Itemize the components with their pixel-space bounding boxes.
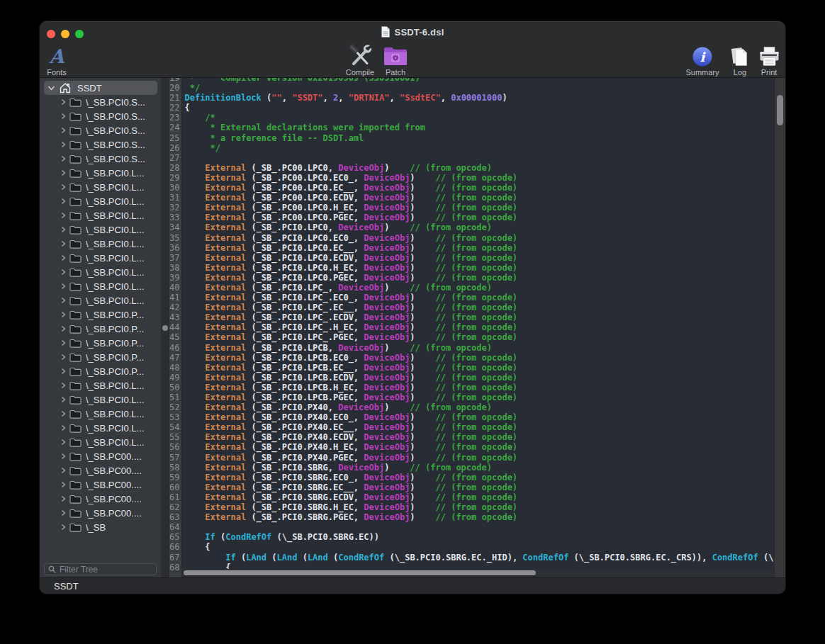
filter-input[interactable]: Filter Tree — [44, 563, 157, 575]
zoom-button[interactable] — [75, 30, 84, 38]
chevron-right-icon[interactable] — [60, 254, 67, 261]
chevron-right-icon[interactable] — [60, 410, 67, 417]
chevron-right-icon[interactable] — [60, 283, 67, 290]
minimize-button[interactable] — [61, 30, 69, 38]
chevron-right-icon[interactable] — [60, 354, 67, 361]
sidebar-item[interactable]: \_SB.PCI0.L... — [40, 251, 161, 265]
vertical-scrollbar[interactable] — [774, 78, 785, 577]
chevron-right-icon[interactable] — [60, 509, 67, 516]
chevron-right-icon[interactable] — [60, 325, 67, 332]
chevron-right-icon[interactable] — [60, 155, 67, 162]
chevron-right-icon[interactable] — [60, 481, 67, 488]
code-line: 27 — [169, 153, 774, 163]
sidebar-item-label: \_SB.PCI0.P... — [86, 324, 144, 334]
chevron-right-icon[interactable] — [60, 141, 67, 148]
chevron-right-icon[interactable] — [60, 439, 67, 446]
chevron-right-icon[interactable] — [60, 339, 67, 346]
split-divider[interactable] — [161, 78, 169, 577]
sidebar-item[interactable]: \_SB.PCI0.L... — [40, 435, 161, 449]
chevron-right-icon[interactable] — [60, 269, 67, 276]
patch-folder-icon — [383, 46, 408, 67]
folder-icon — [69, 112, 82, 121]
sidebar-item[interactable]: \_SB.PCI0.L... — [40, 392, 161, 407]
sidebar-item[interactable]: \_SB.PCI0.L... — [40, 265, 161, 279]
line-number: 64 — [169, 522, 181, 532]
chevron-right-icon[interactable] — [60, 368, 67, 375]
toolbar-label: Patch — [367, 68, 424, 77]
chevron-right-icon[interactable] — [60, 524, 67, 531]
vertical-scrollbar-thumb[interactable] — [777, 95, 783, 125]
sidebar-item[interactable]: \_SB.PCI0.L... — [40, 180, 161, 194]
chevron-right-icon[interactable] — [60, 495, 67, 502]
code-line: 30 External (_SB_.PC00.LPC0.EC__, Device… — [169, 183, 774, 193]
close-button[interactable] — [47, 30, 55, 38]
chevron-right-icon[interactable] — [60, 311, 67, 318]
chevron-right-icon[interactable] — [60, 382, 67, 389]
chevron-right-icon[interactable] — [60, 198, 67, 205]
code-editor[interactable]: 19 * Compiler Version 0x20190509 (538510… — [169, 78, 774, 577]
chevron-right-icon[interactable] — [60, 212, 67, 219]
sidebar-item[interactable]: \_SB.PCI0.S... — [40, 137, 161, 152]
sidebar-item-label: \_SB.PCI0.L... — [86, 437, 144, 448]
sidebar-item[interactable]: \_SB.PCI0.L... — [40, 378, 161, 392]
sidebar-item[interactable]: \_SB.PC00.... — [40, 492, 161, 506]
toolbar-button-patch[interactable]: Patch — [367, 45, 424, 77]
chevron-right-icon[interactable] — [60, 240, 67, 247]
chevron-right-icon[interactable] — [60, 169, 67, 176]
chevron-right-icon[interactable] — [60, 297, 67, 304]
chevron-right-icon[interactable] — [60, 424, 67, 431]
horizontal-scrollbar[interactable] — [182, 569, 774, 576]
folder-icon — [69, 367, 82, 376]
sidebar-item[interactable]: \_SB.PC00.... — [40, 449, 161, 463]
home-icon — [59, 82, 72, 94]
chevron-right-icon[interactable] — [60, 183, 67, 191]
sidebar-item-root[interactable]: SSDT — [44, 81, 157, 95]
sidebar-item[interactable]: \_SB — [40, 520, 161, 534]
sidebar-item[interactable]: \_SB.PCI0.L... — [40, 166, 161, 180]
sidebar-item[interactable]: \_SB.PCI0.P... — [40, 307, 161, 322]
sidebar-item[interactable]: \_SB.PCI0.S... — [40, 152, 161, 166]
sidebar-item[interactable]: \_SB.PCI0.L... — [40, 237, 161, 251]
code-line: 29 External (_SB_.PC00.LPC0.EC0_, Device… — [169, 173, 774, 183]
line-number: 55 — [169, 432, 181, 442]
sidebar-item[interactable]: \_SB.PCI0.L... — [40, 279, 161, 293]
sidebar-item[interactable]: \_SB.PCI0.S... — [40, 95, 161, 109]
chevron-right-icon[interactable] — [60, 113, 67, 120]
toolbar: A Fonts Compile — [40, 43, 785, 78]
chevron-right-icon[interactable] — [60, 453, 67, 460]
line-number: 42 — [169, 303, 181, 312]
app-window: SSDT-6.dsl A Fonts C — [40, 21, 785, 594]
sidebar-item[interactable]: \_SB.PCI0.P... — [40, 350, 161, 364]
chevron-right-icon[interactable] — [60, 98, 67, 106]
folder-icon — [69, 211, 82, 220]
folder-icon — [69, 183, 82, 192]
sidebar-item[interactable]: \_SB.PCI0.L... — [40, 222, 161, 237]
toolbar-button-fonts[interactable]: A Fonts — [40, 45, 85, 77]
sidebar-item[interactable]: \_SB.PCI0.S... — [40, 109, 161, 123]
divider-handle-icon[interactable] — [162, 325, 168, 331]
line-number: 29 — [169, 173, 181, 183]
chevron-down-icon[interactable] — [47, 84, 55, 92]
sidebar-item[interactable]: \_SB.PC00.... — [40, 478, 161, 492]
sidebar-item[interactable]: \_SB.PCI0.L... — [40, 421, 161, 435]
chevron-right-icon[interactable] — [60, 396, 67, 403]
line-number: 47 — [169, 353, 181, 363]
sidebar-item[interactable]: \_SB.PCI0.L... — [40, 208, 161, 222]
chevron-right-icon[interactable] — [60, 226, 67, 233]
sidebar-item[interactable]: \_SB.PC00.... — [40, 463, 161, 478]
sidebar-item[interactable]: \_SB.PCI0.S... — [40, 123, 161, 137]
sidebar-item[interactable]: \_SB.PC00.... — [40, 506, 161, 520]
chevron-right-icon[interactable] — [60, 127, 67, 134]
titlebar[interactable]: SSDT-6.dsl — [40, 21, 785, 43]
sidebar-item[interactable]: \_SB.PCI0.P... — [40, 336, 161, 350]
sidebar-item[interactable]: \_SB.PCI0.L... — [40, 194, 161, 208]
toolbar-button-print[interactable]: Print — [741, 45, 785, 77]
chevron-right-icon[interactable] — [60, 467, 67, 474]
sidebar-item[interactable]: \_SB.PCI0.P... — [40, 364, 161, 378]
horizontal-scrollbar-thumb[interactable] — [184, 570, 536, 575]
sidebar-item-label: \_SB — [86, 522, 106, 533]
sidebar-item[interactable]: \_SB.PCI0.L... — [40, 407, 161, 421]
sidebar-item[interactable]: \_SB.PCI0.P... — [40, 322, 161, 336]
sidebar-item[interactable]: \_SB.PCI0.L... — [40, 293, 161, 307]
line-number: 53 — [169, 412, 181, 422]
